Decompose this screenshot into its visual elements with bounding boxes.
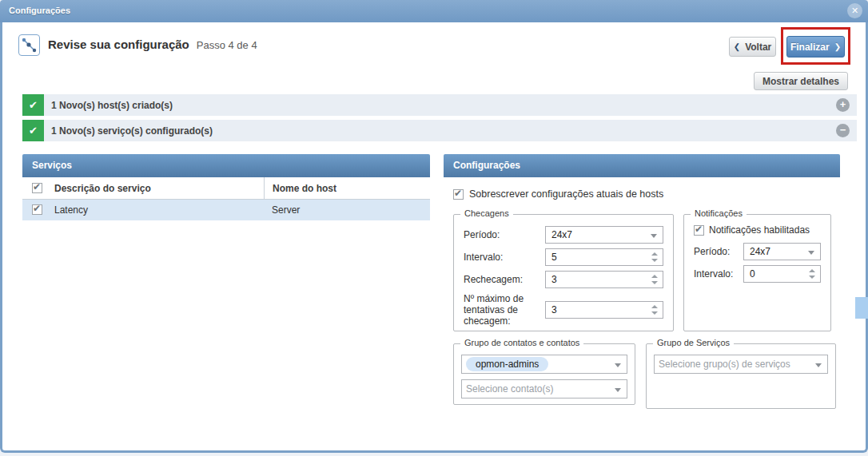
- service-groups-placeholder: Selecione grupo(s) de serviços: [659, 359, 790, 370]
- back-button[interactable]: ❮ Voltar: [729, 37, 776, 57]
- chevron-down-icon[interactable]: [815, 363, 822, 367]
- close-icon[interactable]: ✕: [847, 3, 862, 18]
- summary-row-services[interactable]: ✔ 1 Novo(s) serviço(s) configurado(s) −: [22, 120, 857, 141]
- side-scroll-handle[interactable]: [855, 297, 868, 319]
- overwrite-settings-row[interactable]: ✔ Sobrescrever configurações atuais de h…: [453, 188, 663, 200]
- checkbox-tick-icon: ✔: [695, 224, 703, 235]
- checks-interval-input[interactable]: 5: [545, 248, 663, 266]
- chevron-left-icon: ❮: [734, 42, 740, 51]
- summary-row-label: 1 Novo(s) host(s) criado(s): [51, 100, 173, 111]
- finish-button[interactable]: Finalizar ❯: [786, 36, 845, 57]
- chevron-down-icon[interactable]: [651, 234, 657, 238]
- select-all-checkbox[interactable]: ✔: [32, 183, 42, 193]
- overwrite-label: Sobrescrever configurações atuais de hos…: [469, 188, 663, 200]
- checks-fieldset: Checagens Período: 24x7 Intervalo: 5 Rec…: [453, 214, 674, 331]
- dialog-titlebar[interactable]: Configurações ✕: [0, 0, 868, 22]
- notifications-enabled-row[interactable]: ✔ Notificações habilitadas: [694, 224, 821, 236]
- spinner-down-icon[interactable]: [809, 276, 815, 279]
- settings-dialog: Configurações ✕ Revise sua configuração …: [0, 0, 868, 453]
- show-details-button[interactable]: Mostrar detalhes: [754, 72, 848, 90]
- chevron-down-icon[interactable]: [615, 363, 621, 367]
- summary-row-label: 1 Novo(s) serviço(s) configurado(s): [51, 125, 213, 137]
- spinner-up-icon[interactable]: [651, 275, 658, 278]
- checks-recheck-value: 3: [551, 274, 557, 285]
- checkbox-tick-icon: ✔: [33, 203, 41, 214]
- notifications-legend: Notificações: [691, 208, 747, 218]
- spinner-down-icon[interactable]: [651, 311, 658, 315]
- notifications-enabled-checkbox[interactable]: ✔: [694, 225, 704, 236]
- col-host-name[interactable]: Nome do host: [264, 177, 430, 199]
- success-check-icon: ✔: [22, 94, 44, 116]
- notif-interval-value: 0: [750, 268, 755, 280]
- checks-recheck-input[interactable]: 3: [545, 271, 663, 288]
- contact-group-tag[interactable]: opmon-admins: [466, 357, 548, 371]
- notif-period-value: 24x7: [750, 246, 770, 257]
- checks-max-attempts-input[interactable]: 3: [545, 301, 663, 319]
- spinner-down-icon[interactable]: [651, 281, 658, 284]
- checks-legend: Checagens: [460, 208, 513, 218]
- notif-period-select[interactable]: 24x7: [743, 243, 821, 260]
- checkbox-tick-icon: ✔: [33, 181, 41, 192]
- service-groups-combo[interactable]: Selecione grupo(s) de serviços: [654, 355, 828, 374]
- contact-groups-legend: Grupo de contatos e contatos: [460, 338, 583, 347]
- configurations-panel: Configurações: [444, 154, 840, 177]
- contact-groups-fieldset: Grupo de contatos e contatos opmon-admin…: [453, 343, 635, 405]
- service-name-cell: Latency: [54, 204, 264, 216]
- services-table-header: ✔ Descrição do serviço Nome do host: [22, 177, 430, 200]
- configurations-panel-header: Configurações: [444, 154, 840, 177]
- checks-interval-value: 5: [551, 252, 557, 263]
- checks-period-select[interactable]: 24x7: [545, 226, 663, 244]
- table-row[interactable]: ✔ Latency Server: [22, 200, 430, 220]
- interval-label: Intervalo:: [464, 252, 545, 263]
- page-header: Revise sua configuração Passo 4 de 4: [48, 38, 257, 51]
- spinner-up-icon[interactable]: [651, 305, 658, 308]
- notifications-fieldset: Notificações ✔ Notificações habilitadas …: [683, 214, 831, 331]
- notifications-enabled-label: Notificações habilitadas: [709, 224, 810, 236]
- spinner-up-icon[interactable]: [809, 269, 815, 272]
- recheck-label: Rechecagem:: [464, 274, 545, 285]
- row-checkbox[interactable]: ✔: [32, 204, 42, 215]
- host-name-cell: Server: [264, 200, 430, 220]
- overwrite-checkbox[interactable]: ✔: [453, 189, 464, 200]
- notif-period-label: Período:: [694, 246, 743, 257]
- checks-max-attempts-value: 3: [551, 304, 557, 315]
- contacts-placeholder: Selecione contato(s): [466, 383, 553, 395]
- checks-period-value: 24x7: [551, 229, 572, 240]
- back-button-label: Voltar: [745, 42, 771, 53]
- services-panel: Serviços ✔ Descrição do serviço Nome do …: [22, 154, 430, 220]
- chevron-down-icon[interactable]: [615, 388, 621, 392]
- dialog-title: Configurações: [9, 6, 70, 15]
- chevron-down-icon[interactable]: [808, 251, 814, 255]
- notif-interval-input[interactable]: 0: [743, 265, 821, 283]
- expand-plus-icon[interactable]: +: [836, 98, 850, 112]
- service-groups-legend: Grupo de Serviços: [653, 338, 734, 347]
- spinner-down-icon[interactable]: [651, 259, 658, 262]
- contacts-combo[interactable]: Selecione contato(s): [461, 379, 627, 399]
- wizard-step-icon: [18, 34, 40, 56]
- services-panel-header: Serviços: [22, 154, 430, 177]
- collapse-minus-icon[interactable]: −: [836, 124, 850, 137]
- show-details-label: Mostrar detalhes: [762, 76, 839, 87]
- chevron-right-icon: ❯: [834, 42, 841, 51]
- page-title: Revise sua configuração: [48, 38, 189, 51]
- max-attempts-label: Nº máximo de tentativas de checagem:: [464, 293, 545, 327]
- finish-button-label: Finalizar: [790, 42, 830, 53]
- spinner-up-icon[interactable]: [651, 252, 658, 256]
- service-groups-fieldset: Grupo de Serviços Selecione grupo(s) de …: [646, 343, 836, 409]
- wizard-step-label: Passo 4 de 4: [197, 39, 257, 51]
- notif-interval-label: Intervalo:: [694, 268, 743, 280]
- col-service-description[interactable]: Descrição do serviço: [54, 183, 264, 194]
- summary-row-hosts[interactable]: ✔ 1 Novo(s) host(s) criado(s) +: [22, 94, 857, 116]
- checkbox-tick-icon: ✔: [454, 188, 462, 199]
- contact-group-combo[interactable]: opmon-admins: [461, 355, 627, 374]
- period-label: Período:: [464, 229, 545, 240]
- success-check-icon: ✔: [22, 120, 44, 141]
